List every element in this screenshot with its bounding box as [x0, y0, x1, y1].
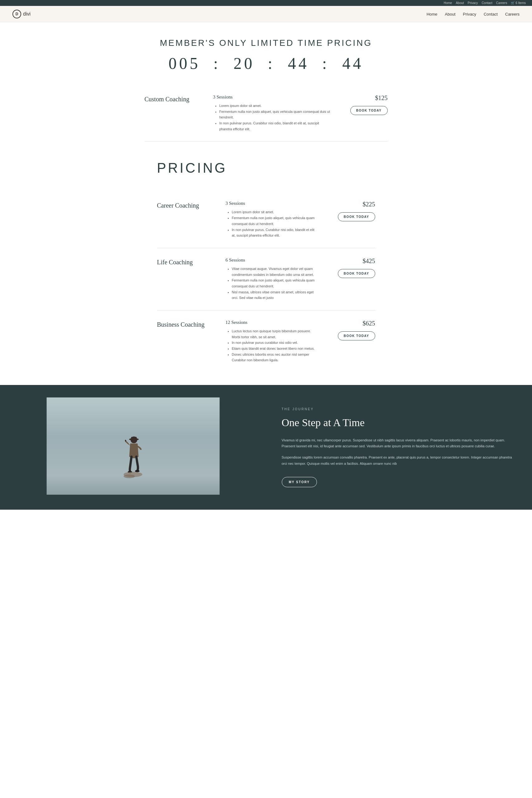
logo-text: divi — [23, 11, 31, 17]
career-coaching-price-book: $225 BOOK TODAY — [325, 201, 375, 221]
custom-coaching-bullets: Lorem ipsum dolor sit amet. Fermentum nu… — [213, 103, 331, 132]
topbar-privacy[interactable]: Privacy — [468, 1, 478, 5]
custom-coaching-name: Custom Coaching — [145, 94, 207, 103]
nav-privacy[interactable]: Privacy — [463, 12, 476, 17]
person-photo — [46, 397, 220, 495]
svg-rect-2 — [131, 437, 137, 440]
topbar-careers[interactable]: Careers — [496, 1, 507, 5]
journey-title: One Step at A Time — [282, 416, 517, 430]
journey-image — [0, 385, 266, 510]
career-coaching-bullets: Lorem ipsum dolor sit amet. Fermentum nu… — [226, 209, 319, 238]
person-silhouette — [114, 429, 152, 492]
business-coaching-details: 12 Sessions Luctus lectus non quisque tu… — [226, 320, 319, 363]
list-item: Fermentum nulla non justo aliquet, quis … — [220, 109, 331, 120]
career-coaching-name: Career Coaching — [157, 201, 220, 209]
business-coaching-sessions: 12 Sessions — [226, 320, 319, 325]
custom-coaching-sessions: 3 Sessions — [213, 94, 331, 100]
life-coaching-sessions: 6 Sessions — [226, 258, 319, 263]
countdown-seconds: 44 — [342, 55, 363, 72]
countdown-minutes: 44 — [288, 55, 309, 72]
career-coaching-book-button[interactable]: BOOK TODAY — [338, 212, 375, 221]
list-item: Etiam quis blandit erat donec laoreet li… — [232, 346, 319, 352]
custom-coaching-section: Custom Coaching 3 Sessions Lorem ipsum d… — [145, 85, 388, 141]
list-item: Fermentum nulla non justo aliquet, quis … — [232, 215, 319, 227]
custom-coaching-price-book: $125 BOOK TODAY — [338, 94, 388, 115]
custom-coaching-book-button[interactable]: BOOK TODAY — [350, 106, 388, 115]
list-item: In non pulvinar purus. Curabitur nisi od… — [220, 120, 331, 132]
main-nav: D divi Home About Privacy Contact Career… — [0, 6, 532, 22]
svg-point-6 — [124, 474, 135, 478]
nav-links: Home About Privacy Contact Careers — [427, 12, 519, 17]
countdown-title: MEMBER'S ONLY LIMITED TIME PRICING — [13, 38, 519, 48]
business-coaching-bullets: Luctus lectus non quisque turpis bibendu… — [226, 328, 319, 363]
life-coaching-price: $425 — [363, 258, 375, 265]
custom-coaching-price: $125 — [375, 94, 388, 102]
cart-count: 6 Items — [515, 1, 526, 5]
pricing-section: PRICING — [145, 141, 388, 191]
life-coaching-details: 6 Sessions Vitae consequat augue. Vivamu… — [226, 258, 319, 301]
life-coaching-item: Life Coaching 6 Sessions Vitae consequat… — [157, 248, 375, 310]
career-coaching-details: 3 Sessions Lorem ipsum dolor sit amet. F… — [226, 201, 319, 238]
list-item: Vitae consequat augue. Vivamus eget dolo… — [232, 266, 319, 278]
list-item: In non pulvinar purus. Curabitur nisi od… — [232, 227, 319, 239]
topbar-contact[interactable]: Contact — [481, 1, 492, 5]
list-item: Donec ultricies lobortis eros nec auctor… — [232, 352, 319, 363]
logo[interactable]: D divi — [13, 10, 31, 18]
journey-paragraph-2: Suspendisse sagittis lorem accumsan conv… — [282, 455, 517, 467]
countdown-section: MEMBER'S ONLY LIMITED TIME PRICING 005 :… — [0, 22, 532, 85]
list-item: Luctus lectus non quisque turpis bibendu… — [232, 328, 319, 340]
career-coaching-item: Career Coaching 3 Sessions Lorem ipsum d… — [157, 191, 375, 248]
life-coaching-book-button[interactable]: BOOK TODAY — [338, 269, 375, 278]
custom-coaching-details: 3 Sessions Lorem ipsum dolor sit amet. F… — [213, 94, 331, 132]
pricing-heading: PRICING — [157, 160, 375, 176]
list-item: Lorem ipsum dolor sit amet. — [232, 209, 319, 215]
life-coaching-bullets: Vitae consequat augue. Vivamus eget dolo… — [226, 266, 319, 301]
journey-section: THE JOURNEY One Step at A Time Vivamus i… — [0, 385, 532, 510]
business-coaching-name: Business Coaching — [157, 320, 220, 328]
nav-careers[interactable]: Careers — [505, 12, 519, 17]
svg-point-4 — [135, 470, 139, 472]
nav-home[interactable]: Home — [427, 12, 438, 17]
custom-coaching-item: Custom Coaching 3 Sessions Lorem ipsum d… — [145, 85, 388, 141]
nav-contact[interactable]: Contact — [484, 12, 498, 17]
list-item: Nisl massa, ultrices vitae ornare sit am… — [232, 289, 319, 301]
business-coaching-book-button[interactable]: BOOK TODAY — [338, 331, 375, 340]
countdown-timer: 005 : 20 : 44 : 44 — [13, 54, 519, 73]
cart-icon[interactable]: 🛒 6 Items — [511, 1, 526, 5]
list-item: In non pulvinar purus curabitur nisi odi… — [232, 340, 319, 346]
career-coaching-sessions: 3 Sessions — [226, 201, 319, 206]
topbar-about[interactable]: About — [456, 1, 464, 5]
my-story-button[interactable]: MY STORY — [282, 477, 317, 487]
list-item: Lorem ipsum dolor sit amet. — [220, 103, 331, 109]
journey-label: THE JOURNEY — [282, 407, 517, 411]
business-coaching-price-book: $625 BOOK TODAY — [325, 320, 375, 340]
logo-circle: D — [13, 10, 21, 18]
life-coaching-price-book: $425 BOOK TODAY — [325, 258, 375, 278]
pricing-list: Career Coaching 3 Sessions Lorem ipsum d… — [145, 191, 388, 373]
list-item: Fermentum nulla non justo aliquet, quis … — [232, 278, 319, 289]
top-bar: Home About Privacy Contact Careers 🛒 6 I… — [0, 0, 532, 6]
topbar-home[interactable]: Home — [444, 1, 452, 5]
journey-content: THE JOURNEY One Step at A Time Vivamus i… — [266, 385, 532, 510]
life-coaching-name: Life Coaching — [157, 258, 220, 266]
career-coaching-price: $225 — [363, 201, 375, 208]
countdown-hours: 20 — [233, 55, 254, 72]
nav-about[interactable]: About — [445, 12, 455, 17]
business-coaching-price: $625 — [363, 320, 375, 327]
business-coaching-item: Business Coaching 12 Sessions Luctus lec… — [157, 310, 375, 373]
countdown-days: 005 — [169, 55, 201, 72]
journey-paragraph-1: Vivamus id gravida mi, nec ullamcorper p… — [282, 437, 517, 450]
